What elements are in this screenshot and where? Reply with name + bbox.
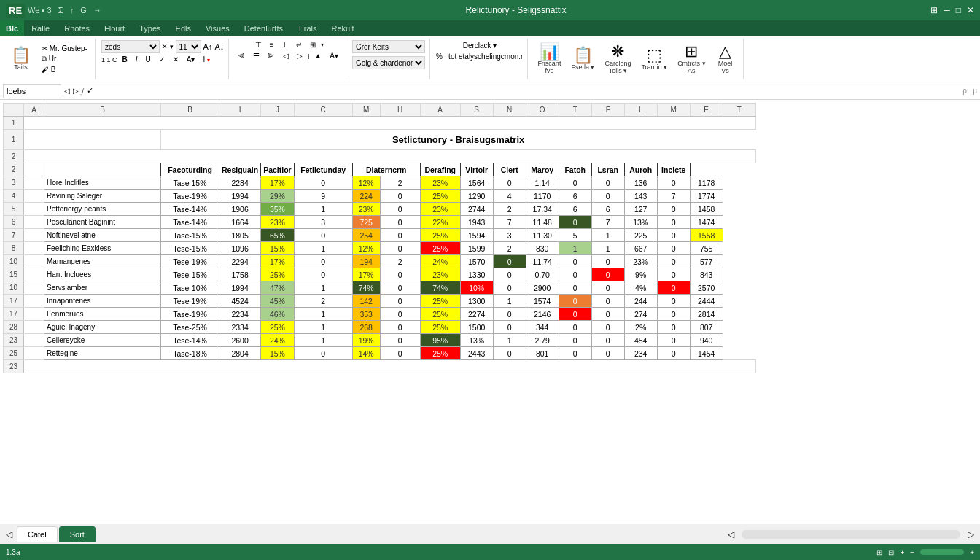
name-2[interactable]: Petteriorgy peants (44, 203, 161, 216)
cmtrcts-btn[interactable]: ⊞ Cmtrcts ▾As (674, 42, 709, 77)
col2-1[interactable]: 1994 (219, 190, 261, 203)
col2-6[interactable]: 2294 (219, 255, 261, 268)
nav-right[interactable]: ▷ (73, 87, 79, 95)
col8-9[interactable]: 1300 (460, 295, 493, 308)
bold-button[interactable]: B (120, 55, 131, 64)
col8-12[interactable]: 13% (460, 334, 493, 347)
col3-8[interactable]: 47% (261, 281, 295, 295)
empty-title-1[interactable] (24, 130, 161, 150)
col4-0[interactable]: 0 (294, 176, 352, 190)
col11-5[interactable]: 1 (559, 242, 591, 255)
col6-6[interactable]: 2 (380, 255, 420, 268)
col8-3[interactable]: 1943 (460, 216, 493, 229)
name-12[interactable]: Cellereycke (44, 334, 161, 347)
col9-11[interactable]: 0 (493, 321, 526, 334)
empty-12[interactable] (24, 334, 44, 347)
scroll-right-btn[interactable]: ▷ (965, 529, 977, 540)
empty-9[interactable] (24, 295, 44, 308)
col3-4[interactable]: 65% (261, 229, 295, 242)
indent-dec-btn[interactable]: ◁ (280, 51, 292, 61)
col5-3[interactable]: 725 (352, 216, 380, 229)
name-13[interactable]: Rettegine (44, 347, 161, 360)
col13-1[interactable]: 143 (624, 190, 657, 203)
col13-5[interactable]: 667 (624, 242, 657, 255)
col8-4[interactable]: 1594 (460, 229, 493, 242)
cut-button[interactable]: ✂ Mr. Gustep- (39, 44, 90, 53)
col4-11[interactable]: 1 (294, 321, 352, 334)
tab-detenlurtts[interactable]: Detenlurtts (237, 20, 290, 36)
col5-10[interactable]: 353 (352, 308, 380, 321)
view-preview[interactable]: + (900, 548, 904, 556)
name-3[interactable]: Pesculanent Baginint (44, 216, 161, 229)
col-header-S[interactable]: S (460, 104, 493, 117)
col15-10[interactable]: 2814 (690, 308, 723, 321)
col-header-A2[interactable]: A (420, 104, 460, 117)
col1-9[interactable]: Tese 19% (161, 295, 219, 308)
col15-7[interactable]: 843 (690, 268, 723, 281)
col11-10[interactable]: 0 (559, 308, 591, 321)
col-header-E[interactable]: E (690, 104, 723, 117)
align-mid-btn[interactable]: ≡ (267, 40, 277, 50)
col6-13[interactable]: 0 (380, 347, 420, 360)
col-header-T2[interactable]: T (723, 104, 755, 117)
copy-button[interactable]: ⧉ Ur (39, 54, 90, 64)
col13-9[interactable]: 244 (624, 295, 657, 308)
col6-5[interactable]: 0 (380, 242, 420, 255)
col4-6[interactable]: 0 (294, 255, 352, 268)
col11-13[interactable]: 0 (559, 347, 591, 360)
trarnio-btn[interactable]: ⬚ Trarnio ▾ (637, 45, 671, 73)
empty-4[interactable] (24, 229, 44, 242)
tab-edls[interactable]: Edls (168, 20, 198, 36)
tab-arrow-left[interactable]: ◁ (3, 529, 15, 540)
col3-1[interactable]: 29% (261, 190, 295, 203)
col15-4[interactable]: 1558 (690, 229, 723, 242)
carclong-btn[interactable]: ❋ CarclongToils ▾ (601, 42, 634, 77)
col10-13[interactable]: 801 (526, 347, 559, 360)
col11-9[interactable]: 0 (559, 295, 591, 308)
font-color-btn[interactable]: I ▾ (200, 55, 213, 64)
tab-visues[interactable]: Visues (198, 20, 237, 36)
empty-7[interactable] (24, 268, 44, 281)
col3-0[interactable]: 17% (261, 176, 295, 190)
col13-7[interactable]: 9% (624, 268, 657, 281)
tab-types[interactable]: Types (132, 20, 168, 36)
col1-11[interactable]: Tese-25% (161, 321, 219, 334)
col4-13[interactable]: 0 (294, 347, 352, 360)
col15-11[interactable]: 807 (690, 321, 723, 334)
col1-4[interactable]: Tase-15% (161, 229, 219, 242)
col1-12[interactable]: Tese-14% (161, 334, 219, 347)
col12-9[interactable]: 0 (591, 295, 624, 308)
col15-1[interactable]: 1774 (690, 190, 723, 203)
col12-13[interactable]: 0 (591, 347, 624, 360)
col6-7[interactable]: 0 (380, 268, 420, 281)
col9-5[interactable]: 2 (493, 242, 526, 255)
col7-5[interactable]: 25% (420, 242, 460, 255)
name-7[interactable]: Hant Incluees (44, 268, 161, 281)
col13-11[interactable]: 2% (624, 321, 657, 334)
name-1[interactable]: Ravining Saleger (44, 190, 161, 203)
empty-h1[interactable] (24, 163, 44, 176)
col10-3[interactable]: 11.48 (526, 216, 559, 229)
name-10[interactable]: Fenmerues (44, 308, 161, 321)
empty-row-1[interactable] (24, 117, 756, 130)
fill-color-btn[interactable]: A▾ (184, 55, 198, 64)
col10-9[interactable]: 1574 (526, 295, 559, 308)
col2-11[interactable]: 2334 (219, 321, 261, 334)
col-header-N[interactable]: N (493, 104, 526, 117)
col15-13[interactable]: 1454 (690, 347, 723, 360)
empty-11[interactable] (24, 321, 44, 334)
tab-file[interactable]: Blc (0, 20, 24, 36)
zoom-in[interactable]: + (970, 548, 974, 556)
col2-8[interactable]: 1994 (219, 281, 261, 295)
col12-2[interactable]: 6 (591, 203, 624, 216)
col14-0[interactable]: 0 (657, 176, 690, 190)
tab-catel[interactable]: Catel (17, 526, 58, 542)
paste-button[interactable]: 📋 Taits (7, 45, 34, 73)
col13-2[interactable]: 127 (624, 203, 657, 216)
col3-7[interactable]: 25% (261, 268, 295, 281)
col2-13[interactable]: 2804 (219, 347, 261, 360)
col7-6[interactable]: 24% (420, 255, 460, 268)
col12-11[interactable]: 0 (591, 321, 624, 334)
col4-12[interactable]: 1 (294, 334, 352, 347)
minimize-btn[interactable]: ─ (944, 5, 950, 15)
